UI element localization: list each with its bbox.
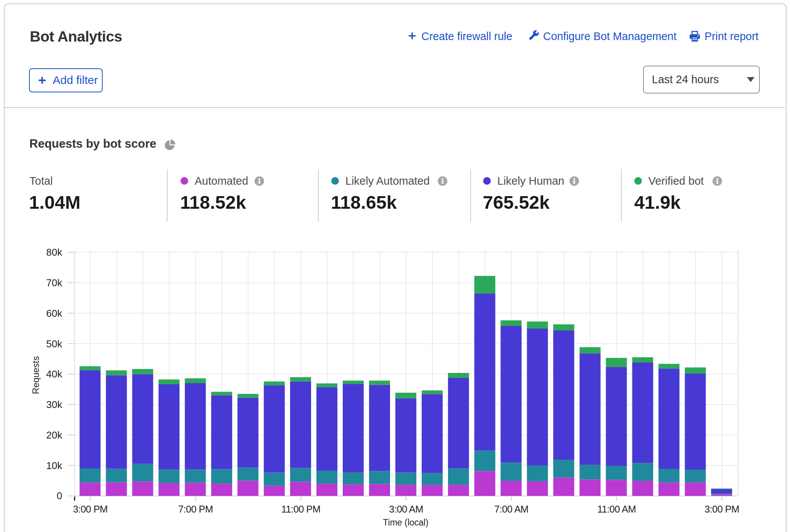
svg-text:0: 0 — [57, 490, 62, 501]
svg-text:50k: 50k — [46, 338, 63, 350]
svg-text:7:00 AM: 7:00 AM — [494, 504, 528, 514]
svg-text:3:00 PM: 3:00 PM — [73, 504, 108, 514]
svg-text:3:00 PM: 3:00 PM — [705, 504, 739, 514]
svg-text:11:00 PM: 11:00 PM — [281, 504, 320, 514]
svg-text:7:00 PM: 7:00 PM — [178, 504, 213, 514]
svg-text:Time (local): Time (local) — [383, 517, 428, 527]
svg-text:30k: 30k — [46, 399, 63, 410]
svg-text:10k: 10k — [46, 460, 63, 471]
svg-text:40k: 40k — [46, 368, 63, 380]
svg-text:60k: 60k — [46, 308, 63, 319]
svg-text:11:00 AM: 11:00 AM — [597, 504, 636, 514]
svg-text:Requests: Requests — [31, 356, 41, 394]
svg-text:80k: 80k — [46, 247, 63, 258]
svg-text:70k: 70k — [46, 277, 63, 289]
svg-text:3:00 AM: 3:00 AM — [389, 504, 423, 514]
svg-text:20k: 20k — [46, 429, 63, 441]
